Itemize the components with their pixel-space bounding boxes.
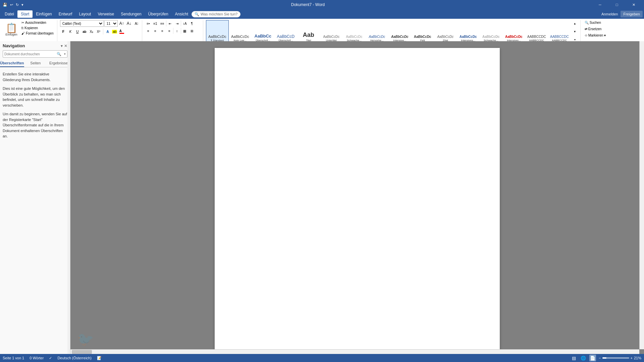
- clear-format-button[interactable]: A⃝: [133, 20, 140, 27]
- style-intensiverv[interactable]: AaBbCcDc Intensiver...: [502, 20, 525, 43]
- strikethrough-button[interactable]: ab: [81, 28, 88, 35]
- style-preview-caps1: AABBCCDC: [527, 35, 546, 39]
- nav-search-icon[interactable]: 🔍: [55, 52, 63, 56]
- nav-panel-settings-icon[interactable]: ▾: [61, 44, 63, 48]
- style-preview-h2: AaBbCcD: [277, 34, 294, 39]
- horizontal-scrollbar[interactable]: [70, 349, 639, 354]
- styles-scroll-down[interactable]: ▼: [572, 28, 578, 35]
- view-web-button[interactable]: 🌐: [580, 355, 587, 361]
- save-icon[interactable]: 💾: [3, 3, 7, 7]
- cut-button[interactable]: ✂ Ausschneiden: [20, 20, 55, 25]
- numbering-button[interactable]: ≡1: [152, 20, 159, 27]
- shading-button[interactable]: ▦: [181, 27, 188, 34]
- style-standard[interactable]: AaBbCcDc ¶ Standard: [206, 20, 229, 43]
- status-language[interactable]: Deutsch (Österreich): [57, 356, 91, 360]
- h-scrollbar-thumb[interactable]: [72, 350, 92, 354]
- align-center-button[interactable]: ≡: [152, 27, 159, 34]
- increase-font-size-button[interactable]: A↑: [118, 20, 125, 27]
- anmelden-button[interactable]: Anmelden: [599, 11, 621, 17]
- sort-button[interactable]: ↕A: [181, 20, 188, 27]
- style-titel[interactable]: Aab Titel: [297, 20, 320, 43]
- vertical-scrollbar[interactable]: [639, 41, 644, 349]
- tab-ansicht[interactable]: Ansicht: [172, 10, 192, 18]
- zoom-slider[interactable]: [602, 357, 629, 359]
- style-zitat[interactable]: AaBbCcDc Zitat: [434, 20, 457, 43]
- tab-verweise[interactable]: Verweise: [94, 10, 117, 18]
- undo-icon[interactable]: ↩: [10, 3, 13, 7]
- line-spacing-button[interactable]: ↕: [174, 27, 180, 34]
- minimize-button[interactable]: ─: [592, 0, 608, 9]
- copy-button[interactable]: ⎘ Kopieren: [20, 25, 55, 31]
- align-right-button[interactable]: ≡: [159, 27, 166, 34]
- style-caps1[interactable]: AABBCCDC AABBCCDC: [525, 20, 548, 43]
- nav-search-input[interactable]: [3, 52, 55, 56]
- styles-scroll-up[interactable]: ▲: [572, 20, 578, 27]
- style-untertitel[interactable]: AaBbCcDc Untertitel: [320, 20, 343, 43]
- decrease-indent-button[interactable]: ⇤: [167, 20, 173, 27]
- decrease-font-size-button[interactable]: A↓: [126, 20, 132, 27]
- spell-check-icon[interactable]: ✓: [49, 356, 52, 360]
- language-icon[interactable]: 📝: [97, 356, 102, 360]
- suchen-button[interactable]: 🔍 Suchen: [583, 20, 602, 25]
- style-caps2[interactable]: AABBCCDC AABBCCDC: [548, 20, 571, 43]
- view-print-button[interactable]: ▤: [571, 355, 577, 361]
- multilevel-list-button[interactable]: ≡≡: [159, 20, 166, 27]
- text-effects-button[interactable]: A: [104, 28, 111, 35]
- tab-sendungen[interactable]: Sendungen: [117, 10, 145, 18]
- markieren-button[interactable]: ⊹ Markieren ▾: [583, 33, 607, 38]
- underline-button[interactable]: U: [74, 28, 81, 35]
- paragraph-row2: ≡ ≡ ≡ ≡ ↕ ▦ ⊞: [145, 27, 195, 34]
- bullets-button[interactable]: ≡•: [145, 20, 152, 27]
- show-marks-button[interactable]: ¶: [189, 20, 195, 27]
- tab-layout[interactable]: Layout: [75, 10, 94, 18]
- nav-scrollbar[interactable]: [67, 41, 70, 354]
- ersetzen-button[interactable]: ⇄ Ersetzen: [583, 26, 603, 32]
- view-read-button[interactable]: 📄: [589, 355, 596, 361]
- font-family-select[interactable]: Calibri (Text): [60, 20, 104, 27]
- bold-button[interactable]: F: [60, 28, 67, 35]
- borders-button[interactable]: ⊞: [189, 27, 195, 34]
- justify-button[interactable]: ≡: [166, 27, 173, 34]
- close-button[interactable]: ✕: [626, 0, 641, 9]
- tab-entwurf[interactable]: Entwurf: [55, 10, 76, 18]
- paste-button[interactable]: 📋 Einfügen: [3, 20, 19, 40]
- nav-description2: Dies ist eine gute Möglichkeit, um den Ü…: [3, 86, 67, 108]
- status-page[interactable]: Seite 1 von 1: [3, 356, 24, 360]
- nav-tab-ergebnisse[interactable]: Ergebnisse: [47, 60, 70, 67]
- format-painter-button[interactable]: 🖌 Format übertragen: [20, 31, 55, 36]
- tab-ueberpruefen[interactable]: Überprüfen: [145, 10, 172, 18]
- redo-icon[interactable]: ↻: [16, 3, 19, 7]
- nav-tab-ueberschriften[interactable]: Überschriften: [0, 60, 24, 67]
- style-schwache[interactable]: AaBbCcDc Schwache...: [343, 20, 366, 43]
- tab-datei[interactable]: Datei: [1, 10, 17, 18]
- style-ueberschrift2[interactable]: AaBbCcD Überschrif...: [274, 20, 297, 43]
- style-hervorhe[interactable]: AaBbCcDc Hervorhe...: [366, 20, 388, 43]
- help-search-box[interactable]: 🔍 Was möchten Sie tun?: [192, 11, 240, 17]
- style-kein-lee[interactable]: AaBbCcDc Kein Lee...: [229, 20, 252, 43]
- nav-tab-seiten[interactable]: Seiten: [24, 60, 47, 67]
- style-schwachev[interactable]: AaBbCcDc Schwache...: [480, 20, 502, 43]
- status-words[interactable]: 0 Wörter: [30, 356, 44, 360]
- maximize-button[interactable]: □: [609, 0, 625, 9]
- subscript-button[interactable]: X₂: [88, 28, 95, 35]
- style-fett[interactable]: AaBbCcDc Fett: [411, 20, 434, 43]
- tab-einfuegen[interactable]: Einfügen: [33, 10, 55, 18]
- zoom-out-icon[interactable]: −: [599, 356, 601, 360]
- font-size-select[interactable]: 11: [104, 20, 118, 27]
- zoom-in-icon[interactable]: +: [631, 356, 633, 360]
- superscript-button[interactable]: X²: [95, 28, 102, 35]
- document-page[interactable]: 🐦: [215, 48, 500, 354]
- italic-button[interactable]: K: [67, 28, 74, 35]
- style-intensive[interactable]: AaBbCcDc Intensive...: [388, 20, 411, 43]
- freigeben-button[interactable]: Freigeben: [621, 11, 643, 17]
- text-highlight-button[interactable]: ab: [111, 28, 118, 35]
- style-ueberschrift1[interactable]: AaBbCc Überschrif...: [252, 20, 274, 43]
- increase-indent-button[interactable]: ⇥: [174, 20, 180, 27]
- nav-search-dropdown[interactable]: ▾: [63, 52, 67, 56]
- tab-start[interactable]: Start: [17, 10, 33, 18]
- document-area[interactable]: 🐦: [70, 41, 644, 354]
- style-intensives[interactable]: AaBbCcDc Intensives...: [457, 20, 480, 43]
- nav-panel-close-icon[interactable]: ✕: [64, 44, 67, 48]
- font-color-button[interactable]: A: [118, 28, 125, 35]
- align-left-button[interactable]: ≡: [145, 27, 152, 34]
